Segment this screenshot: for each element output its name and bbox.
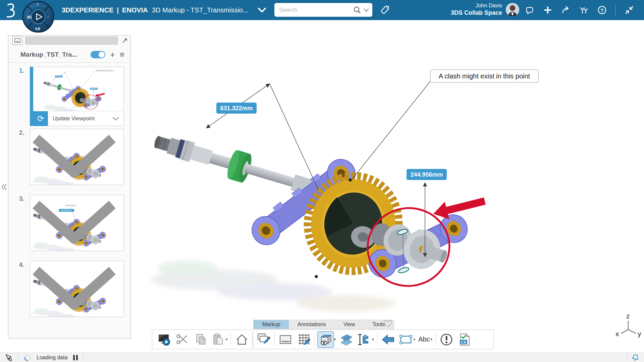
- slide-item-4[interactable]: 4.: [8, 261, 130, 317]
- home-view-icon[interactable]: [234, 332, 250, 347]
- note-panel-icon[interactable]: [278, 332, 293, 347]
- ca-badge: CA: [461, 340, 466, 344]
- help-icon[interactable]: ?: [597, 5, 607, 15]
- notifications-bell-icon[interactable]: [631, 354, 639, 362]
- measure-dropdown-icon: ▾: [372, 337, 374, 342]
- document-title: 3D Markup - TST_Transmissio...: [152, 6, 249, 14]
- status-bar: Loading data: [0, 353, 644, 362]
- issue-icon[interactable]: [439, 332, 454, 347]
- slide-number: 2.: [19, 129, 24, 136]
- search-box: [274, 3, 372, 17]
- panel-collapse-handle-icon[interactable]: [1, 183, 7, 193]
- action-bar-tabs: Markup Annotations View Tools: [253, 320, 394, 329]
- axis-z-label: z: [626, 312, 630, 320]
- 3d-compass-icon[interactable]: 3D Y i V,R: [22, 1, 54, 33]
- markup-toolbar: ▾: [152, 329, 494, 349]
- slide-thumbnail-4[interactable]: [30, 261, 123, 317]
- slide-actions-chevron-icon[interactable]: [30, 195, 121, 249]
- app-name: ENOVIA: [122, 6, 148, 14]
- user-name: John Davis: [451, 2, 502, 9]
- title-divider: |: [117, 6, 119, 14]
- approval-document-icon[interactable]: CA: [457, 332, 473, 347]
- axis-x-label: x: [615, 330, 619, 338]
- rectangle-dropdown-icon: ▾: [414, 337, 416, 342]
- add-content-icon[interactable]: [543, 5, 552, 15]
- slide-item-1[interactable]: 1. ⟳ Update Viewpoint: [8, 67, 130, 126]
- slide-item-2[interactable]: 2.: [8, 129, 130, 185]
- slide-actions-chevron-icon[interactable]: [112, 117, 119, 121]
- document-switch-chevron-icon[interactable]: [258, 7, 266, 13]
- markup-visibility-toggle[interactable]: [91, 51, 105, 58]
- compass-vr-label[interactable]: V,R: [35, 27, 41, 31]
- compass-right-glyph: i: [48, 15, 48, 19]
- slide-thumbnail-1[interactable]: [33, 67, 123, 111]
- slide-list: 1. ⟳ Update Viewpoint 2.: [8, 63, 130, 317]
- panel-expand-icon[interactable]: [120, 36, 129, 45]
- collapse-window-icon[interactable]: [625, 5, 634, 15]
- slides-edit-icon[interactable]: [256, 332, 271, 347]
- model-visibility-icon[interactable]: [318, 332, 333, 347]
- panel-title-bar: [8, 36, 130, 46]
- copy-icon[interactable]: [193, 332, 209, 347]
- 3ds-community-icon[interactable]: [579, 5, 589, 15]
- slide-actions-chevron-icon[interactable]: [30, 129, 121, 183]
- slide-item-3[interactable]: 3.: [8, 195, 130, 251]
- update-viewpoint-label[interactable]: Update Viewpoint: [53, 116, 112, 122]
- text-annotation-tool[interactable]: Abc ▾: [418, 336, 432, 343]
- slide-number: 1.: [19, 67, 24, 74]
- search-icon[interactable]: [353, 6, 361, 14]
- workspace-name: 3DS Collab Space: [451, 9, 502, 17]
- search-input[interactable]: [279, 7, 353, 13]
- markup-slides-panel: Markup_TST_Tra... + ≡ 1. ⟳ Update Viewpo…: [8, 35, 131, 339]
- select-cursor-icon[interactable]: [5, 354, 13, 361]
- section-icon[interactable]: [339, 332, 354, 347]
- compass-top-glyph: Y: [37, 3, 39, 7]
- notifications-icon[interactable]: [525, 5, 534, 15]
- tags-icon[interactable]: [380, 5, 390, 15]
- rectangle-annotation-icon: [399, 333, 413, 347]
- slide-number: 4.: [19, 261, 24, 268]
- paste-dropdown-icon: ▾: [226, 337, 228, 342]
- paste-tool[interactable]: ▾: [212, 333, 228, 346]
- favorites-icon[interactable]: [383, 319, 393, 329]
- panel-header: Markup_TST_Tra... + ≡: [8, 46, 130, 63]
- panel-layout-icon[interactable]: [12, 36, 22, 45]
- compass-3d-label[interactable]: 3D: [27, 15, 32, 19]
- search-options-chevron-icon[interactable]: [363, 8, 369, 12]
- topbar-divider: [615, 5, 616, 15]
- slide-actions-chevron-icon[interactable]: [30, 261, 121, 315]
- 3ds-logo-icon[interactable]: [3, 2, 19, 18]
- visibility-dropdown-icon: ▾: [334, 337, 336, 342]
- loading-spinner-icon: [24, 354, 31, 361]
- axis-y-label: y: [638, 330, 641, 338]
- panel-drag-strip[interactable]: [25, 37, 118, 45]
- loading-status-text: Loading data: [37, 355, 68, 361]
- screen-play-icon[interactable]: [156, 332, 172, 347]
- user-block[interactable]: John Davis 3DS Collab Space: [451, 2, 502, 17]
- slide-thumbnail-2[interactable]: [30, 129, 123, 185]
- tab-markup[interactable]: Markup: [254, 320, 289, 329]
- refresh-viewpoint-icon[interactable]: ⟳: [33, 111, 48, 126]
- pause-loading-icon[interactable]: [73, 355, 78, 360]
- tab-annotations[interactable]: Annotations: [289, 320, 335, 329]
- text-dropdown-icon: ▾: [431, 337, 433, 342]
- update-viewpoint-row: ⟳ Update Viewpoint: [33, 111, 123, 126]
- measure-tool[interactable]: ▾: [357, 333, 374, 347]
- markup-set-title: Markup_TST_Tra...: [20, 51, 86, 58]
- brand-name: 3DEXPERIENCE: [62, 6, 114, 14]
- arrow-annotation-icon[interactable]: [380, 332, 396, 347]
- user-avatar[interactable]: [506, 3, 519, 16]
- panel-menu-icon[interactable]: ≡: [120, 51, 124, 58]
- share-icon[interactable]: [561, 5, 571, 15]
- rectangle-annotation-tool[interactable]: ▾: [399, 333, 416, 347]
- add-slide-icon[interactable]: +: [110, 51, 115, 58]
- axis-triad: [621, 321, 636, 334]
- cut-icon[interactable]: [175, 332, 190, 347]
- tab-view[interactable]: View: [335, 320, 364, 329]
- grid-edit-icon[interactable]: [296, 332, 312, 347]
- measure-icon: [357, 333, 371, 347]
- slide-number: 3.: [19, 195, 24, 202]
- app-title: 3DEXPERIENCE | ENOVIA 3D Markup - TST_Tr…: [62, 0, 249, 20]
- slide-thumbnail-3[interactable]: [30, 195, 123, 251]
- paste-icon: [212, 333, 225, 346]
